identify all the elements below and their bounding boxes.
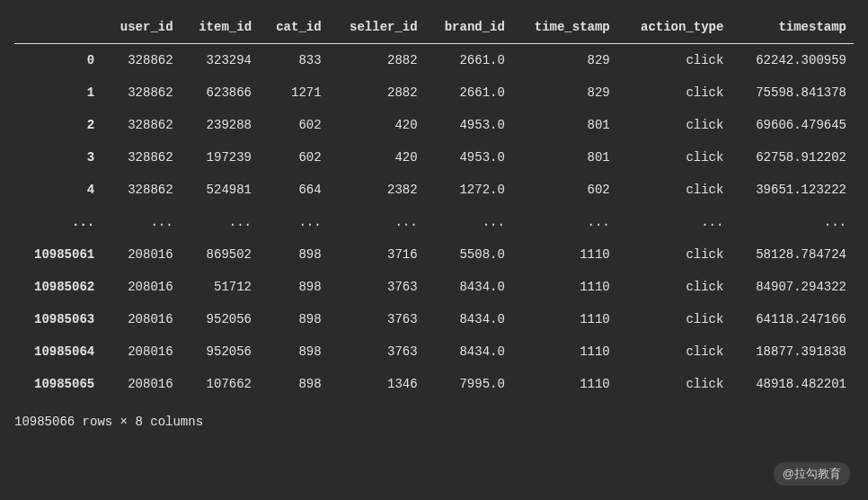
cell-seller_id: 420 (329, 141, 425, 174)
row-index: 10985065 (14, 368, 102, 400)
cell-user_id: 328862 (102, 44, 180, 77)
cell-timestamp: 39651.123222 (731, 174, 854, 206)
watermark-badge: @拉勾教育 (774, 462, 850, 486)
cell-cat_id: 898 (259, 271, 329, 303)
cell-user_id: 328862 (102, 76, 180, 109)
cell-item_id: 51712 (181, 271, 259, 303)
cell-brand_id: 5508.0 (425, 238, 512, 271)
cell-time_stamp: 602 (512, 174, 617, 206)
table-row: 23288622392886024204953.0801click69606.4… (14, 109, 854, 141)
cell-user_id: 328862 (102, 109, 180, 141)
col-header: brand_id (425, 11, 512, 44)
cell-item_id: 869502 (181, 238, 259, 271)
cell-timestamp: 84907.294322 (731, 271, 854, 303)
cell-cat_id: 1271 (259, 76, 329, 109)
table-row: 1098506320801695205689837638434.01110cli… (14, 303, 854, 335)
row-index: 3 (14, 141, 102, 174)
cell-cat_id: 898 (259, 335, 329, 368)
cell-seller_id: 3763 (329, 271, 425, 303)
cell-action_type: click (617, 76, 731, 109)
row-index: 10985063 (14, 303, 102, 335)
cell-time_stamp: 829 (512, 44, 617, 77)
col-header: user_id (102, 11, 180, 44)
cell-brand_id: 8434.0 (425, 335, 512, 368)
cell-time_stamp: 1110 (512, 335, 617, 368)
cell-item_id: 623866 (181, 76, 259, 109)
row-index: 1 (14, 76, 102, 109)
cell-user_id: 208016 (102, 238, 180, 271)
cell-action_type: click (617, 174, 731, 206)
cell-time_stamp: 1110 (512, 368, 617, 400)
cell-action_type: click (617, 368, 731, 400)
cell-brand_id: 1272.0 (425, 174, 512, 206)
cell-seller_id: 3716 (329, 238, 425, 271)
cell-item_id: ... (181, 206, 259, 238)
row-index: 10985062 (14, 271, 102, 303)
table-row: 1098506520801610766289813467995.01110cli… (14, 368, 854, 400)
cell-item_id: 197239 (181, 141, 259, 174)
cell-action_type: click (617, 303, 731, 335)
cell-action_type: ... (617, 206, 731, 238)
cell-user_id: 328862 (102, 174, 180, 206)
cell-brand_id: 2661.0 (425, 44, 512, 77)
cell-user_id: 208016 (102, 271, 180, 303)
cell-brand_id: 8434.0 (425, 271, 512, 303)
cell-timestamp: 75598.841378 (731, 76, 854, 109)
cell-brand_id: ... (425, 206, 512, 238)
cell-time_stamp: 1110 (512, 238, 617, 271)
cell-cat_id: ... (259, 206, 329, 238)
cell-time_stamp: 801 (512, 141, 617, 174)
cell-time_stamp: 801 (512, 109, 617, 141)
table-row: 109850622080165171289837638434.01110clic… (14, 271, 854, 303)
row-index: 10985064 (14, 335, 102, 368)
table-body: 032886232329483328822661.0829click62242.… (14, 44, 854, 401)
table-row: 1098506420801695205689837638434.01110cli… (14, 335, 854, 368)
cell-action_type: click (617, 44, 731, 77)
cell-cat_id: 898 (259, 303, 329, 335)
index-header (14, 11, 102, 44)
cell-user_id: ... (102, 206, 180, 238)
col-header: time_stamp (512, 11, 617, 44)
cell-seller_id: ... (329, 206, 425, 238)
cell-seller_id: 3763 (329, 303, 425, 335)
col-header: action_type (617, 11, 731, 44)
cell-action_type: click (617, 335, 731, 368)
cell-time_stamp: 1110 (512, 303, 617, 335)
table-row: 432886252498166423821272.0602click39651.… (14, 174, 854, 206)
table-row: 1328862623866127128822661.0829click75598… (14, 76, 854, 109)
col-header: seller_id (329, 11, 425, 44)
cell-seller_id: 2882 (329, 44, 425, 77)
cell-user_id: 208016 (102, 335, 180, 368)
cell-timestamp: 62242.300959 (731, 44, 854, 77)
cell-item_id: 107662 (181, 368, 259, 400)
row-index: ... (14, 206, 102, 238)
cell-seller_id: 2382 (329, 174, 425, 206)
cell-time_stamp: ... (512, 206, 617, 238)
cell-cat_id: 602 (259, 109, 329, 141)
cell-cat_id: 602 (259, 141, 329, 174)
table-row: 1098506120801686950289837165508.01110cli… (14, 238, 854, 271)
row-index: 2 (14, 109, 102, 141)
table-row: 33288621972396024204953.0801click62758.9… (14, 141, 854, 174)
cell-action_type: click (617, 238, 731, 271)
cell-brand_id: 4953.0 (425, 141, 512, 174)
summary-text: 10985066 rows × 8 columns (14, 415, 854, 429)
cell-brand_id: 8434.0 (425, 303, 512, 335)
col-header: item_id (181, 11, 259, 44)
cell-brand_id: 7995.0 (425, 368, 512, 400)
cell-timestamp: 62758.912202 (731, 141, 854, 174)
header-row: user_id item_id cat_id seller_id brand_i… (14, 11, 854, 44)
cell-seller_id: 3763 (329, 335, 425, 368)
cell-seller_id: 420 (329, 109, 425, 141)
cell-item_id: 239288 (181, 109, 259, 141)
cell-seller_id: 1346 (329, 368, 425, 400)
cell-timestamp: 18877.391838 (731, 335, 854, 368)
dataframe-table: user_id item_id cat_id seller_id brand_i… (14, 11, 854, 400)
cell-item_id: 524981 (181, 174, 259, 206)
row-index: 0 (14, 44, 102, 77)
row-index: 10985061 (14, 238, 102, 271)
cell-user_id: 208016 (102, 368, 180, 400)
cell-cat_id: 833 (259, 44, 329, 77)
cell-timestamp: 64118.247166 (731, 303, 854, 335)
cell-brand_id: 2661.0 (425, 76, 512, 109)
